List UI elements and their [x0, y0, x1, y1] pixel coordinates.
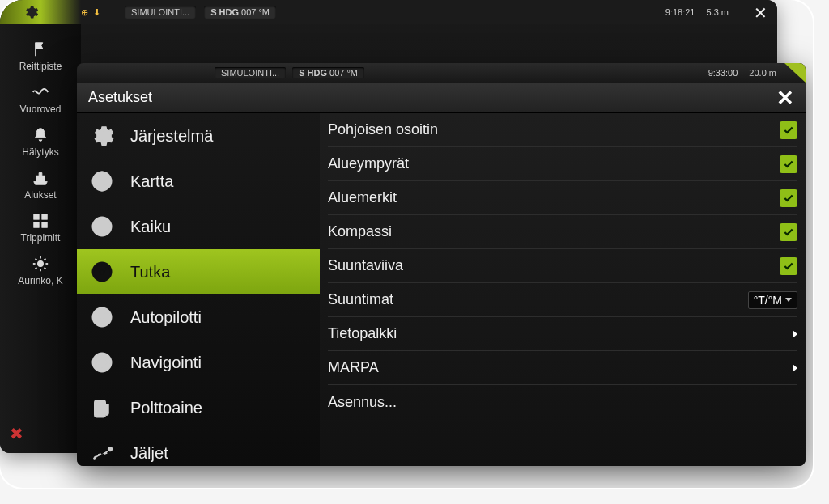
sun-icon	[30, 255, 51, 273]
nav-item-label: Navigointi	[130, 354, 202, 372]
nav-item-label: Kaiku	[130, 218, 171, 236]
grid-icon	[30, 212, 51, 230]
svg-point-20	[99, 314, 105, 320]
sidebar-item-vessels[interactable]: Alukset	[24, 169, 56, 201]
checkbox[interactable]	[780, 257, 797, 275]
nav-item-wheel[interactable]: Autopilotti	[77, 294, 320, 340]
gear-icon	[88, 122, 116, 150]
setting-label: Alueympyrät	[328, 155, 409, 172]
checkbox[interactable]	[780, 189, 797, 207]
ship-icon	[30, 169, 51, 187]
svg-line-10	[45, 268, 46, 269]
sidebar-item-label: Vuoroved	[20, 104, 62, 115]
nav-item-label: Jäljet	[130, 444, 168, 463]
setting-label: Kompassi	[328, 223, 392, 240]
sonar-icon	[88, 213, 116, 240]
svg-point-4	[37, 260, 43, 266]
back-sidebar: Reittipiste Vuoroved Hälytyks Alukset Tr…	[0, 24, 81, 453]
caret-down-icon	[785, 298, 792, 302]
sidebar-item-label: Aurinko, K	[18, 275, 62, 286]
setting-label: Suuntaviiva	[328, 257, 403, 274]
sidebar-item-label: Hälytyks	[22, 146, 58, 158]
setting-row[interactable]: Kompassi	[328, 215, 797, 249]
flag-icon	[30, 40, 51, 58]
settings-title: Asetukset	[88, 89, 152, 106]
svg-line-9	[36, 259, 37, 260]
nav-item-label: Kartta	[130, 172, 173, 191]
trail-icon	[88, 439, 116, 466]
setting-row[interactable]: Asennus...	[328, 385, 797, 419]
setting-row[interactable]: MARPA	[328, 351, 797, 385]
svg-rect-1	[42, 214, 47, 219]
setting-row[interactable]: Alueympyrät	[328, 147, 797, 181]
sidebar-item-label: Reittipiste	[19, 61, 62, 72]
front-topbar: SIMULOINTI... S HDG 007 °M 9:33:00 20.0 …	[77, 63, 806, 83]
gear-tab[interactable]	[6, 2, 55, 23]
hdg-pill: S HDG 007 °M	[292, 67, 364, 78]
svg-point-32	[108, 447, 113, 451]
nav-item-sonar[interactable]: Kaiku	[77, 204, 320, 249]
checkbox[interactable]	[780, 223, 797, 241]
back-time: 9:18:21	[665, 7, 695, 17]
sidebar-item-tides[interactable]: Vuoroved	[20, 83, 62, 115]
sidebar-item-sun[interactable]: Aurinko, K	[18, 255, 62, 286]
sim-pill: SIMULOINTI...	[215, 67, 286, 78]
setting-label: Aluemerkit	[328, 189, 397, 206]
settings-window: SIMULOINTI... S HDG 007 °M 9:33:00 20.0 …	[77, 63, 806, 466]
radar-icon	[88, 258, 116, 286]
sidebar-item-label: Trippimitt	[21, 232, 61, 244]
nav-item-globe[interactable]: Kartta	[77, 159, 320, 204]
back-dismiss-button[interactable]: ✖	[10, 424, 23, 443]
settings-header: Asetukset ✕	[77, 83, 806, 113]
globe-icon	[88, 167, 116, 195]
setting-label: MARPA	[328, 359, 379, 376]
select-box[interactable]: °T/°M	[748, 291, 797, 309]
setting-label: Tietopalkki	[328, 325, 397, 342]
close-button[interactable]: ✕	[776, 86, 794, 111]
svg-point-18	[100, 270, 104, 274]
checkbox[interactable]	[780, 121, 797, 139]
nav-item-label: Polttoaine	[130, 399, 202, 417]
setting-label: Pohjoisen osoitin	[328, 121, 438, 138]
fuel-icon	[88, 394, 116, 421]
setting-row[interactable]: Suuntaviiva	[328, 249, 797, 283]
nav-item-fuel[interactable]: Polttoaine	[77, 385, 320, 430]
chevron-right-icon	[793, 364, 797, 372]
setting-label: Asennus...	[328, 394, 397, 411]
svg-line-12	[45, 259, 46, 260]
svg-rect-2	[34, 222, 39, 227]
hdg-pill: S HDG 007 °M	[204, 6, 276, 19]
chevron-right-icon	[793, 330, 797, 338]
setting-row[interactable]: Aluemerkit	[328, 181, 797, 215]
sim-pill: SIMULOINTI...	[125, 6, 196, 19]
front-time: 9:33:00	[708, 68, 738, 78]
globe-status-icon: ⊕	[81, 7, 88, 18]
nav-item-radar[interactable]: Tutka	[77, 249, 320, 294]
bell-icon	[30, 126, 51, 144]
nav-item-label: Tutka	[130, 263, 170, 282]
wave-icon	[30, 83, 51, 101]
setting-row[interactable]: Pohjoisen osoitin	[328, 113, 797, 147]
settings-nav: JärjestelmäKarttaKaikuTutkaAutopilottiNa…	[77, 113, 320, 466]
svg-rect-3	[42, 222, 47, 227]
download-icon: ⬇	[93, 7, 100, 18]
sidebar-item-waypoints[interactable]: Reittipiste	[19, 40, 62, 72]
back-depth: 5.3 m	[706, 7, 729, 17]
nav-item-gear[interactable]: Järjestelmä	[77, 113, 320, 159]
corner-accent	[784, 63, 806, 83]
checkbox[interactable]	[780, 155, 797, 173]
sidebar-item-label: Alukset	[24, 189, 56, 201]
nav-item-compass[interactable]: Navigointi	[77, 340, 320, 385]
gear-icon	[23, 4, 39, 20]
nav-item-label: Autopilotti	[130, 308, 202, 327]
svg-rect-30	[95, 400, 105, 417]
back-close-button[interactable]: ✕	[754, 3, 767, 23]
back-topbar: ⊕ ⬇ SIMULOINTI... S HDG 007 °M 9:18:21 5…	[0, 0, 777, 24]
svg-rect-0	[34, 214, 39, 219]
sidebar-item-alarms[interactable]: Hälytyks	[22, 126, 58, 158]
setting-row[interactable]: Suuntimat°T/°M	[328, 283, 797, 317]
setting-row[interactable]: Tietopalkki	[328, 317, 797, 351]
sidebar-item-tripmeter[interactable]: Trippimitt	[21, 212, 61, 244]
compass-icon	[88, 349, 116, 376]
nav-item-trail[interactable]: Jäljet	[77, 430, 320, 466]
